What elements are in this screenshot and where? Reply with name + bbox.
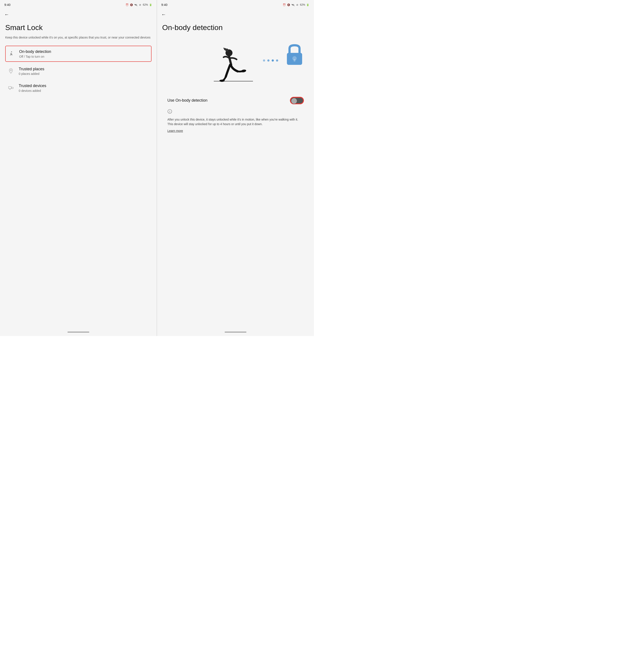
svg-point-1: [10, 70, 11, 71]
svg-rect-15: [294, 59, 295, 62]
back-arrow-left: ←: [4, 12, 9, 18]
info-icon: [167, 109, 172, 114]
menu-item-trusted-places[interactable]: Trusted places 0 places added: [5, 64, 152, 78]
status-bar-left: 9:40 ⏰ 🔇 ⊘ 62% 🔋: [0, 0, 157, 9]
description-text: After you unlock this device, it stays u…: [162, 116, 309, 128]
toggle-label: Use On-body detection: [167, 98, 207, 103]
right-screen-content: On-body detection: [157, 20, 314, 330]
page-subtitle-left: Keep this device unlocked while it's on …: [5, 35, 152, 40]
no-service-icon-right: ⊘: [296, 3, 299, 6]
bottom-bar-right: [157, 330, 314, 336]
battery-left: 62%: [143, 3, 148, 6]
learn-more-link[interactable]: Learn more: [162, 128, 309, 134]
mute-icon-right: 🔇: [287, 3, 290, 6]
on-body-detection-sublabel: Off / Tap to turn on: [19, 55, 51, 58]
status-time-left: 9:40: [4, 3, 10, 6]
back-arrow-right: ←: [161, 12, 166, 18]
menu-item-on-body-detection[interactable]: On-body detection Off / Tap to turn on: [5, 46, 152, 62]
on-body-detection-text: On-body detection Off / Tap to turn on: [19, 49, 51, 58]
info-section: [162, 107, 309, 116]
left-screen: 9:40 ⏰ 🔇 ⊘ 62% 🔋 ← Smart Lock Keep this …: [0, 0, 157, 336]
trusted-places-label: Trusted places: [19, 67, 44, 72]
battery-icon-left: 🔋: [149, 3, 153, 6]
toggle-row: Use On-body detection: [162, 94, 309, 107]
trusted-devices-sublabel: 0 devices added: [19, 89, 46, 93]
toggle-knob: [291, 98, 297, 104]
trusted-places-sublabel: 0 places added: [19, 72, 44, 75]
back-button-right[interactable]: ←: [157, 9, 314, 20]
battery-right: 62%: [300, 3, 305, 6]
menu-item-trusted-devices[interactable]: Trusted devices 0 devices added: [5, 80, 152, 95]
person-walking-icon: [8, 50, 15, 57]
left-screen-content: Smart Lock Keep this device unlocked whi…: [0, 20, 157, 330]
wifi-off-icon: [134, 3, 138, 6]
status-bar-right: 9:40 ⏰ 🔇 ⊘ 62% 🔋: [157, 0, 314, 9]
svg-point-12: [219, 80, 225, 82]
runner-illustration: [209, 43, 262, 87]
trusted-places-text: Trusted places 0 places added: [19, 67, 44, 75]
trusted-devices-text: Trusted devices 0 devices added: [19, 83, 46, 92]
right-screen: 9:40 ⏰ 🔇 ⊘ 62% 🔋 ← On-body detection: [157, 0, 314, 336]
alarm-icon-right: ⏰: [282, 3, 286, 6]
bottom-bar-left: [0, 330, 157, 336]
alarm-icon: ⏰: [125, 3, 129, 6]
back-button-left[interactable]: ←: [0, 9, 157, 20]
page-title-left: Smart Lock: [5, 23, 152, 32]
devices-icon: [7, 85, 14, 91]
svg-rect-3: [11, 87, 13, 89]
status-icons-right: ⏰ 🔇 ⊘ 62% 🔋: [282, 3, 309, 6]
trusted-devices-label: Trusted devices: [19, 83, 46, 88]
svg-point-0: [11, 51, 12, 52]
on-body-detection-label: On-body detection: [19, 49, 51, 54]
lock-illustration: [285, 44, 304, 66]
dots-decoration: [263, 59, 278, 62]
page-title-right: On-body detection: [162, 23, 309, 32]
svg-rect-2: [8, 87, 11, 89]
illustration-area: [162, 35, 309, 92]
wifi-off-icon-right: [291, 3, 295, 6]
toggle-switch[interactable]: [290, 97, 303, 104]
bottom-indicator-right: [225, 332, 247, 333]
status-icons-left: ⏰ 🔇 ⊘ 62% 🔋: [125, 3, 153, 6]
bottom-indicator-left: [68, 332, 89, 333]
battery-icon-right: 🔋: [306, 3, 309, 6]
no-service-icon: ⊘: [138, 3, 142, 6]
location-pin-icon: [7, 68, 14, 74]
mute-icon: 🔇: [130, 3, 133, 6]
status-time-right: 9:40: [161, 3, 167, 6]
